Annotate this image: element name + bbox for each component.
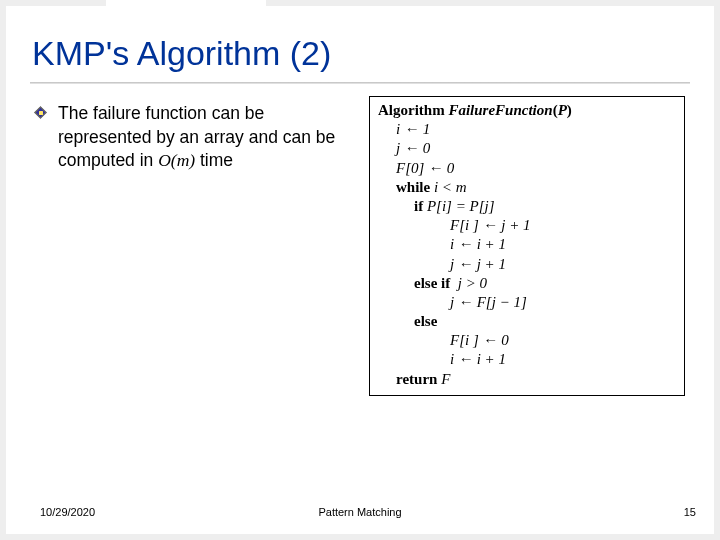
bullet-icon [34,106,47,119]
title-underline [30,82,690,84]
slide: KMP's Algorithm (2) The failure function… [6,6,714,534]
algo-line-0: Algorithm FailureFunction(P) [378,101,678,120]
footer-center: Pattern Matching [6,506,714,518]
algo-line-13: i ← i + 1 [378,350,678,369]
bullet-text: The failure function can be represented … [58,102,338,173]
algo-line-9: else if j > 0 [378,274,678,293]
algo-line-5: if P[i] = P[j] [378,197,678,216]
algo-line-6: F[i ] ← j + 1 [378,216,678,235]
algo-line-12: F[i ] ← 0 [378,331,678,350]
algo-line-8: j ← j + 1 [378,255,678,274]
algo-line-14: return F [378,370,678,389]
algo-line-2: j ← 0 [378,139,678,158]
bullet-text-post: time [195,150,233,170]
algo-line-1: i ← 1 [378,120,678,139]
algo-line-4: while i < m [378,178,678,197]
algo-line-7: i ← i + 1 [378,235,678,254]
bullet-text-om: O(m) [158,150,195,170]
footer-page-number: 15 [684,506,696,518]
slide-title: KMP's Algorithm (2) [32,34,331,73]
algo-line-3: F[0] ← 0 [378,159,678,178]
slide-tab [106,0,266,12]
algo-line-11: else [378,312,678,331]
algo-line-10: j ← F[j − 1] [378,293,678,312]
algorithm-box: Algorithm FailureFunction(P) i ← 1 j ← 0… [369,96,685,396]
